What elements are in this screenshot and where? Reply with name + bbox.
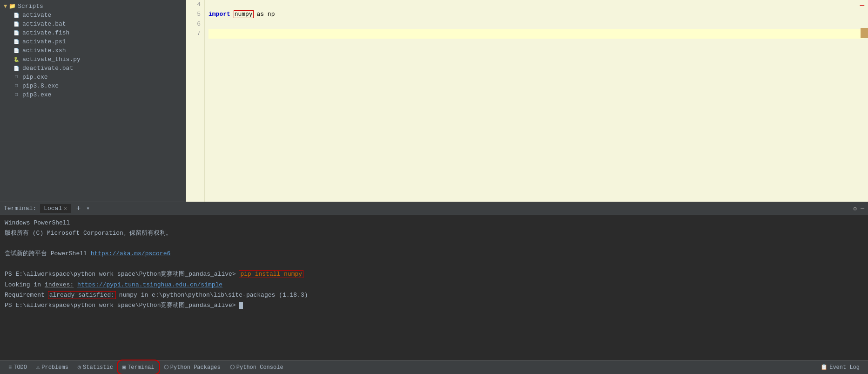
status-event-log[interactable]: 📋 Event Log bbox=[816, 360, 864, 374]
terminal-prompt-line: PS E:\allworkspace\python work space\Pyt… bbox=[5, 300, 863, 311]
list-item[interactable]: 📄 activate bbox=[0, 11, 186, 20]
terminal-label: Terminal: bbox=[4, 205, 36, 212]
status-python-console[interactable]: ⬡ Python Console bbox=[225, 360, 288, 374]
list-item[interactable]: 📄 activate.fish bbox=[0, 28, 186, 37]
scripts-folder[interactable]: ▼ 📁 Scripts bbox=[0, 2, 186, 11]
code-line-4 bbox=[209, 0, 864, 10]
indexes-label: indexes: bbox=[45, 281, 74, 288]
list-item[interactable]: 🐍 activate_this.py bbox=[0, 55, 186, 64]
terminal-looking-line: Looking in indexes: https://pypi.tuna.ts… bbox=[5, 280, 863, 290]
list-item[interactable]: 📄 activate.xsh bbox=[0, 46, 186, 55]
status-terminal[interactable]: ▣ Terminal bbox=[118, 360, 159, 374]
terminal-line bbox=[5, 238, 863, 249]
list-item[interactable]: 📄 activate.bat bbox=[0, 20, 186, 28]
code-line-5: import numpy as np bbox=[209, 10, 864, 20]
terminal-header-right: ⚙ — bbox=[853, 205, 864, 212]
statistic-icon: ◷ bbox=[78, 364, 81, 371]
tuna-link[interactable]: https://pypi.tuna.tsinghua.edu.cn/simple bbox=[77, 281, 222, 288]
event-log-icon: 📋 bbox=[821, 364, 828, 371]
pscore-link[interactable]: https://aka.ms/pscore6 bbox=[91, 250, 171, 257]
terminal-dropdown-icon[interactable]: ▾ bbox=[86, 205, 89, 212]
file-icon: 📄 bbox=[13, 30, 20, 36]
py-file-icon: 🐍 bbox=[13, 57, 20, 62]
list-item[interactable]: 📄 deactivate.bat bbox=[0, 64, 186, 73]
main-area: ▼ 📁 Scripts 📄 activate 📄 activate.bat 📄 … bbox=[0, 0, 868, 202]
file-icon: □ bbox=[13, 92, 20, 97]
python-packages-label: Python Packages bbox=[170, 364, 221, 371]
terminal-status-label: Terminal bbox=[128, 364, 155, 371]
status-bar: ≡ TODO ⚠ Problems ◷ Statistic ▣ Terminal… bbox=[0, 360, 868, 374]
status-python-packages[interactable]: ⬡ Python Packages bbox=[159, 360, 225, 374]
file-icon: 📄 bbox=[13, 66, 20, 71]
file-icon: 📄 bbox=[13, 39, 20, 45]
terminal-header: Terminal: Local ✕ + ▾ ⚙ — bbox=[0, 202, 868, 215]
terminal-section: Terminal: Local ✕ + ▾ ⚙ — Windows PowerS… bbox=[0, 202, 868, 360]
terminal-add-button[interactable]: + bbox=[74, 204, 83, 213]
terminal-line-link: 尝试新的跨平台 PowerShell https://aka.ms/pscore… bbox=[5, 249, 863, 259]
problems-label: Problems bbox=[41, 364, 68, 371]
file-tree: ▼ 📁 Scripts 📄 activate 📄 activate.bat 📄 … bbox=[0, 0, 186, 101]
python-console-label: Python Console bbox=[236, 364, 283, 371]
statistic-label: Statistic bbox=[83, 364, 113, 371]
scripts-folder-label: Scripts bbox=[18, 3, 43, 10]
code-line-6 bbox=[209, 20, 864, 29]
terminal-line: 版权所有 (C) Microsoft Corporation。保留所有权利。 bbox=[5, 228, 863, 238]
minimize-icon[interactable]: — bbox=[861, 205, 864, 212]
file-icon: □ bbox=[13, 75, 20, 80]
file-icon: 📄 bbox=[13, 21, 20, 27]
terminal-status-icon: ▣ bbox=[122, 364, 126, 371]
todo-icon: ≡ bbox=[8, 364, 12, 371]
terminal-line bbox=[5, 259, 863, 269]
line-numbers: 4 5 6 7 bbox=[186, 0, 205, 202]
terminal-cursor bbox=[239, 302, 243, 309]
numpy-highlight: numpy bbox=[234, 11, 253, 18]
terminal-tab-local[interactable]: Local ✕ bbox=[40, 204, 71, 213]
scrollbar-thumb bbox=[861, 28, 868, 38]
list-item[interactable]: □ pip3.8.exe bbox=[0, 82, 186, 90]
terminal-command-line: PS E:\allworkspace\python work space\Pyt… bbox=[5, 269, 863, 279]
terminal-close-icon[interactable]: ✕ bbox=[64, 205, 67, 211]
problems-icon: ⚠ bbox=[36, 364, 40, 371]
list-item[interactable]: 📄 activate.ps1 bbox=[0, 37, 186, 46]
code-line-7 bbox=[209, 29, 864, 39]
python-console-icon: ⬡ bbox=[230, 364, 235, 371]
python-packages-icon: ⬡ bbox=[164, 364, 168, 371]
code-editor[interactable]: 4 5 6 7 import numpy as np — bbox=[186, 0, 868, 202]
terminal-tab-name: Local bbox=[44, 205, 62, 212]
status-problems[interactable]: ⚠ Problems bbox=[32, 360, 73, 374]
status-statistic[interactable]: ◷ Statistic bbox=[73, 360, 118, 374]
event-log-label: Event Log bbox=[829, 364, 860, 371]
file-sidebar: ▼ 📁 Scripts 📄 activate 📄 activate.bat 📄 … bbox=[0, 0, 186, 202]
terminal-body: Windows PowerShell 版权所有 (C) Microsoft Co… bbox=[0, 215, 868, 360]
folder-dir-icon: 📁 bbox=[9, 3, 16, 10]
editor-content: 4 5 6 7 import numpy as np — bbox=[186, 0, 868, 202]
folder-expand-icon: ▼ bbox=[4, 3, 7, 10]
list-item[interactable]: □ pip.exe bbox=[0, 73, 186, 82]
file-icon: □ bbox=[13, 83, 20, 88]
terminal-requirement-line: Requirement already satisfied: numpy in … bbox=[5, 290, 863, 300]
terminal-line: Windows PowerShell bbox=[5, 218, 863, 228]
file-icon: 📄 bbox=[13, 48, 20, 54]
already-satisfied-highlight: already satisfied: bbox=[48, 292, 115, 299]
red-marker: — bbox=[860, 0, 864, 12]
list-item[interactable]: □ pip3.exe bbox=[0, 90, 186, 99]
pip-install-highlight: pip install numpy bbox=[239, 271, 303, 278]
status-todo[interactable]: ≡ TODO bbox=[4, 360, 32, 374]
todo-label: TODO bbox=[13, 364, 27, 371]
file-icon: 📄 bbox=[13, 13, 20, 18]
settings-icon[interactable]: ⚙ bbox=[853, 205, 857, 212]
code-lines: import numpy as np — bbox=[205, 0, 868, 202]
